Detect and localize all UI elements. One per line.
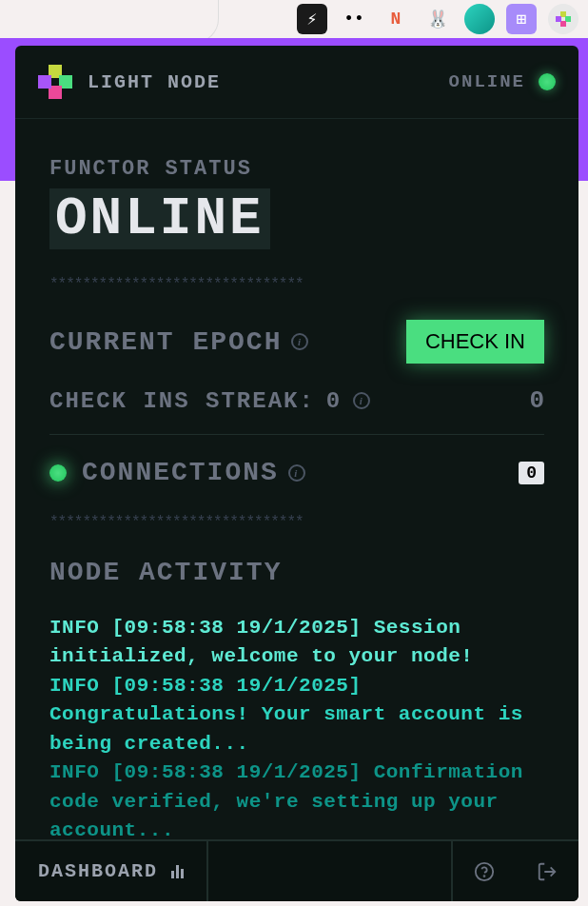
- header-status-text: ONLINE: [449, 71, 525, 92]
- help-icon: [474, 861, 495, 882]
- help-button[interactable]: [453, 841, 516, 901]
- log-entry: INFO [09:58:38 19/1/2025] Session initia…: [49, 614, 544, 672]
- header-title: LIGHT NODE: [88, 71, 221, 93]
- connections-label-text: CONNECTIONS: [82, 458, 279, 487]
- node-activity-label: NODE ACTIVITY: [49, 558, 544, 587]
- functor-status-label: FUNCTOR STATUS: [49, 157, 544, 181]
- extension-icon-6[interactable]: ⊞: [506, 4, 537, 34]
- info-icon[interactable]: i: [291, 333, 308, 350]
- separator: [49, 434, 544, 435]
- panel-footer: DASHBOARD: [15, 839, 578, 901]
- logout-icon: [537, 861, 558, 882]
- browser-extensions-toolbar: ⚡ •• N 🐰 ⊞: [297, 0, 588, 38]
- panel-body: FUNCTOR STATUS ONLINE ******************…: [15, 119, 578, 839]
- node-panel: LIGHT NODE ONLINE FUNCTOR STATUS ONLINE …: [15, 46, 578, 901]
- functor-status-value: ONLINE: [49, 188, 270, 249]
- log-entry: INFO [09:58:38 19/1/2025] Confirmation c…: [49, 758, 544, 839]
- streak-value: 0: [326, 388, 342, 414]
- connection-status-icon: [49, 464, 67, 482]
- divider: *******************************: [49, 276, 544, 293]
- connections-label: CONNECTIONS i: [82, 458, 305, 487]
- panel-header: LIGHT NODE ONLINE: [15, 46, 578, 119]
- streak-label: CHECK INS STREAK: 0 i: [49, 388, 370, 414]
- streak-right-value: 0: [529, 386, 544, 415]
- connections-count-badge: 0: [519, 462, 544, 484]
- status-indicator-icon: [539, 73, 556, 90]
- streak-label-text: CHECK INS STREAK:: [49, 388, 315, 414]
- browser-tab-curve: [0, 0, 219, 43]
- svg-point-1: [484, 876, 485, 876]
- info-icon[interactable]: i: [353, 392, 370, 409]
- activity-log: INFO [09:58:38 19/1/2025] Session initia…: [49, 614, 544, 839]
- extension-icon-active[interactable]: [548, 4, 578, 34]
- current-epoch-label: CURRENT EPOCH i: [49, 327, 308, 357]
- extension-icon-5[interactable]: [464, 4, 495, 34]
- divider: *******************************: [49, 514, 544, 531]
- logout-button[interactable]: [516, 841, 578, 901]
- log-entry: INFO [09:58:38 19/1/2025] Congratulation…: [49, 672, 544, 758]
- epoch-label-text: CURRENT EPOCH: [49, 327, 282, 357]
- dashboard-label: DASHBOARD: [38, 860, 158, 882]
- info-icon[interactable]: i: [288, 464, 305, 482]
- dashboard-button[interactable]: DASHBOARD: [15, 841, 208, 901]
- logo-icon: [38, 65, 72, 99]
- chart-icon: [171, 865, 184, 878]
- extension-icon-1[interactable]: ⚡: [297, 4, 327, 34]
- extension-icon-2[interactable]: ••: [339, 4, 369, 34]
- extension-icon-4[interactable]: 🐰: [422, 4, 453, 34]
- checkin-button[interactable]: CHECK IN: [406, 320, 544, 364]
- extension-icon-3[interactable]: N: [381, 4, 411, 34]
